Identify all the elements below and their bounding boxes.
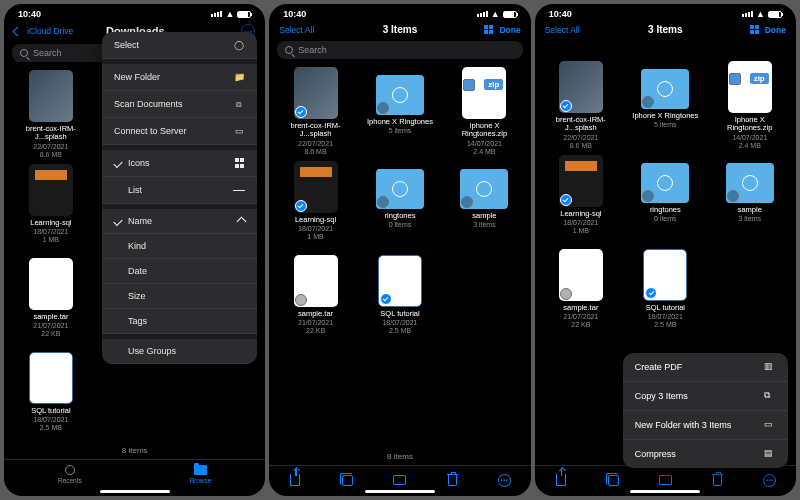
duplicate-button[interactable] — [605, 472, 621, 488]
battery-icon — [768, 11, 782, 18]
ctx-copy[interactable]: Copy 3 Items⧉ — [623, 382, 788, 411]
file-meta: 5 items — [654, 121, 677, 129]
file-item[interactable]: Iphone X Ringtones5 items — [625, 61, 705, 153]
file-thumbnail — [378, 255, 422, 307]
back-button[interactable]: iCloud Drive — [14, 26, 73, 36]
tab-recents[interactable]: Recents — [58, 464, 82, 484]
file-item[interactable]: zipIphone X Ringtones.zip14/07/20212.4 M… — [710, 61, 790, 153]
scan-icon: ⧈ — [233, 98, 245, 110]
nav-bar: Select All 3 Items Done — [535, 21, 796, 41]
status-indicators: ▲ — [742, 9, 782, 19]
done-button[interactable]: Done — [765, 25, 786, 35]
battery-icon — [503, 11, 517, 18]
menu-sort-size[interactable]: Size — [102, 284, 257, 309]
menu-scan-documents[interactable]: Scan Documents⧈ — [102, 91, 257, 118]
grid-icon — [233, 157, 245, 169]
trash-icon — [448, 475, 457, 486]
more-button[interactable]: ••• — [762, 472, 778, 488]
file-item[interactable]: Learning-sql18/07/20211 MB — [541, 155, 621, 247]
signal-icon — [211, 11, 222, 17]
clock-icon — [65, 465, 75, 475]
select-all-button[interactable]: Select All — [279, 25, 314, 35]
file-item[interactable]: sample3 items — [710, 155, 790, 247]
file-thumbnail — [726, 163, 774, 203]
home-indicator[interactable] — [365, 490, 435, 493]
delete-button[interactable] — [710, 472, 726, 488]
file-meta: 18/07/20212.5 MB — [648, 313, 683, 329]
menu-use-groups[interactable]: Use Groups — [102, 339, 257, 364]
home-indicator[interactable] — [630, 490, 700, 493]
file-item[interactable]: ringtones0 items — [625, 155, 705, 247]
action-toolbar: ••• — [269, 465, 530, 490]
home-indicator[interactable] — [100, 490, 170, 493]
document-icon: ▥ — [764, 361, 776, 373]
menu-new-folder[interactable]: New Folder📁 — [102, 64, 257, 91]
delete-button[interactable] — [444, 472, 460, 488]
file-item[interactable]: SQL tutorial18/07/20212.5 MB — [10, 352, 92, 442]
unselected-ring — [642, 96, 654, 108]
file-meta: 14/07/20212.4 MB — [732, 134, 767, 150]
share-button[interactable] — [287, 472, 303, 488]
selection-title: 3 Items — [337, 24, 462, 35]
file-thumbnail — [29, 352, 73, 404]
folder-icon — [659, 475, 672, 485]
file-item[interactable]: brent-cox-IRM-J...splash22/07/20218.6 MB — [275, 67, 355, 159]
file-thumbnail — [460, 169, 508, 209]
wifi-icon: ▲ — [225, 9, 234, 19]
done-button[interactable]: Done — [499, 25, 520, 35]
menu-view-icons[interactable]: Icons — [102, 150, 257, 177]
file-item[interactable]: sample3 items — [444, 161, 524, 253]
file-name: Learning-sql — [560, 210, 601, 218]
file-meta: 5 items — [389, 127, 412, 135]
duplicate-icon — [342, 475, 353, 486]
context-menu: Create PDF▥ Copy 3 Items⧉ New Folder wit… — [623, 353, 788, 468]
file-name: sample — [472, 212, 496, 220]
view-toggle-button[interactable] — [750, 25, 759, 34]
ctx-create-pdf[interactable]: Create PDF▥ — [623, 353, 788, 382]
ctx-new-folder[interactable]: New Folder with 3 Items▭ — [623, 411, 788, 440]
menu-view-list[interactable]: List — [102, 177, 257, 204]
move-button[interactable] — [657, 472, 673, 488]
move-button[interactable] — [392, 472, 408, 488]
status-time: 10:40 — [18, 9, 41, 19]
share-button[interactable] — [553, 472, 569, 488]
search-placeholder: Search — [298, 45, 327, 55]
more-button[interactable]: ••• — [497, 472, 513, 488]
duplicate-button[interactable] — [340, 472, 356, 488]
file-item[interactable]: brent-cox-IRM-J...splash22/07/20218.6 MB — [10, 70, 92, 162]
select-all-button[interactable]: Select All — [545, 25, 580, 35]
file-thumbnail — [29, 164, 73, 216]
file-item[interactable]: Learning-sql18/07/20211 MB — [10, 164, 92, 256]
file-meta: 18/07/20212.5 MB — [33, 416, 68, 432]
file-item[interactable]: ringtones0 items — [360, 161, 440, 253]
file-grid: brent-cox-IRM-J...splash22/07/20218.6 MB… — [269, 65, 530, 448]
menu-sort-tags[interactable]: Tags — [102, 309, 257, 334]
file-item[interactable]: sample.tar21/07/202122 KB — [541, 249, 621, 341]
file-item[interactable]: SQL tutorial18/07/20212.5 MB — [360, 255, 440, 347]
file-thumbnail — [559, 249, 603, 301]
file-item[interactable]: Learning-sql18/07/20211 MB — [275, 161, 355, 253]
menu-sort-name[interactable]: Name — [102, 209, 257, 234]
file-item[interactable]: SQL tutorial18/07/20212.5 MB — [625, 249, 705, 341]
menu-sort-kind[interactable]: Kind — [102, 234, 257, 259]
file-item[interactable]: sample.tar21/07/202122 KB — [10, 258, 92, 350]
wifi-icon: ▲ — [756, 9, 765, 19]
chevron-up-icon — [237, 216, 247, 226]
tab-browse[interactable]: Browse — [190, 464, 212, 484]
file-item[interactable]: brent-cox-IRM-J...splash22/07/20218.6 MB — [541, 61, 621, 153]
file-item[interactable]: zipIphone X Ringtones.zip14/07/20212.4 M… — [444, 67, 524, 159]
file-name: ringtones — [385, 212, 416, 220]
selected-badge — [560, 100, 572, 112]
menu-connect-server[interactable]: Connect to Server▭ — [102, 118, 257, 145]
menu-select[interactable]: Select◯ — [102, 32, 257, 59]
view-toggle-button[interactable] — [484, 25, 493, 34]
battery-icon — [237, 11, 251, 18]
menu-sort-date[interactable]: Date — [102, 259, 257, 284]
file-item[interactable]: sample.tar21/07/202122 KB — [275, 255, 355, 347]
search-bar[interactable]: Search — [277, 41, 522, 59]
file-thumbnail — [29, 70, 73, 122]
check-icon — [113, 158, 122, 167]
ctx-compress[interactable]: Compress▤ — [623, 440, 788, 468]
file-item[interactable]: Iphone X Ringtones5 items — [360, 67, 440, 159]
chevron-left-icon — [13, 26, 23, 36]
